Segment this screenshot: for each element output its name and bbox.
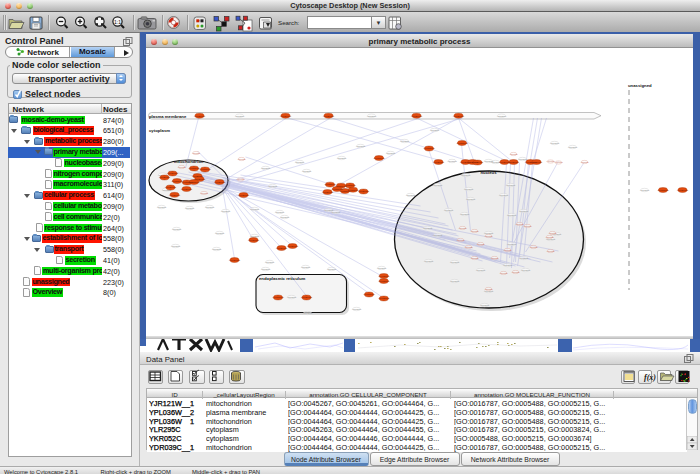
svg-text:YBR222C: YBR222C — [550, 142, 560, 144]
svg-text:YGL008C: YGL008C — [471, 257, 480, 259]
svg-text:YBR222C: YBR222C — [261, 268, 271, 270]
svg-text:YKL217W: YKL217W — [276, 247, 288, 250]
svg-text:YBR222C: YBR222C — [212, 248, 222, 250]
svg-text:unassigned: unassigned — [628, 83, 652, 88]
svg-text:YBR222C: YBR222C — [324, 209, 334, 211]
svg-text:YGL008C: YGL008C — [237, 178, 246, 180]
svg-text:YBR222C: YBR222C — [450, 280, 460, 282]
svg-text:YBR222C: YBR222C — [287, 296, 297, 298]
svg-text:YKL217W: YKL217W — [472, 161, 484, 164]
svg-text:YGL008C: YGL008C — [547, 160, 556, 162]
svg-text:YBR222C: YBR222C — [444, 209, 454, 211]
svg-text:YBR222C: YBR222C — [303, 312, 313, 314]
svg-text:YBR222C: YBR222C — [337, 157, 347, 159]
svg-text:YGL008C: YGL008C — [459, 227, 468, 229]
svg-text:YBR222C: YBR222C — [301, 266, 311, 268]
svg-text:YGL008C: YGL008C — [491, 257, 500, 259]
svg-text:YKL217W: YKL217W — [238, 194, 250, 197]
svg-text:YGL008C: YGL008C — [178, 166, 187, 168]
svg-text:YKL217W: YKL217W — [433, 161, 445, 164]
svg-text:YGL008C: YGL008C — [504, 249, 513, 251]
svg-text:YBR222C: YBR222C — [157, 206, 167, 208]
svg-text:YKL217W: YKL217W — [657, 189, 669, 192]
svg-text:YGL008C: YGL008C — [549, 232, 558, 234]
svg-text:YKL217W: YKL217W — [411, 115, 423, 118]
svg-text:YBR222C: YBR222C — [386, 152, 396, 154]
svg-text:YBR222C: YBR222C — [356, 145, 366, 147]
svg-text:nucleus: nucleus — [480, 170, 497, 175]
svg-text:YGL008C: YGL008C — [524, 225, 533, 227]
svg-text:YBR222C: YBR222C — [461, 174, 471, 176]
svg-text:YKL217W: YKL217W — [199, 168, 211, 171]
svg-text:YBR222C: YBR222C — [464, 188, 474, 190]
svg-text:YGL008C: YGL008C — [500, 272, 509, 274]
svg-text:YKL217W: YKL217W — [229, 259, 241, 262]
svg-text:YKL217W: YKL217W — [456, 142, 468, 145]
svg-text:YKL217W: YKL217W — [677, 189, 689, 192]
svg-text:YGL008C: YGL008C — [465, 246, 474, 248]
svg-text:YKL217W: YKL217W — [280, 115, 292, 118]
svg-text:YBR222C: YBR222C — [460, 213, 470, 215]
svg-text:YKL217W: YKL217W — [169, 194, 181, 197]
svg-text:YBR222C: YBR222C — [499, 194, 509, 196]
svg-text:YGL008C: YGL008C — [581, 161, 590, 163]
svg-text:plasma membrane: plasma membrane — [149, 114, 187, 119]
svg-text:YBR222C: YBR222C — [367, 115, 377, 117]
svg-text:YBR222C: YBR222C — [400, 140, 410, 142]
svg-text:YBR222C: YBR222C — [507, 243, 517, 245]
svg-text:YBR222C: YBR222C — [497, 115, 507, 117]
svg-text:YKL217W: YKL217W — [194, 178, 206, 181]
svg-text:YBR222C: YBR222C — [280, 216, 290, 218]
svg-text:YBR222C: YBR222C — [450, 261, 460, 263]
svg-text:YGL008C: YGL008C — [200, 192, 209, 194]
svg-text:YBR222C: YBR222C — [447, 160, 457, 162]
svg-text:YKL217W: YKL217W — [363, 293, 375, 296]
svg-text:YGL008C: YGL008C — [192, 152, 201, 154]
svg-text:YKL217W: YKL217W — [453, 115, 465, 118]
svg-text:YKL217W: YKL217W — [423, 147, 435, 150]
svg-text:YKL217W: YKL217W — [378, 275, 390, 278]
svg-text:YBR222C: YBR222C — [433, 184, 443, 186]
svg-text:YKL217W: YKL217W — [272, 296, 284, 299]
svg-text:YBR222C: YBR222C — [215, 232, 225, 234]
svg-text:YBR222C: YBR222C — [480, 304, 490, 306]
svg-text:YBR222C: YBR222C — [424, 260, 434, 262]
svg-text:YKL217W: YKL217W — [181, 188, 193, 191]
svg-text:YBR222C: YBR222C — [519, 210, 529, 212]
svg-text:YBR222C: YBR222C — [327, 268, 337, 270]
svg-text:YKL217W: YKL217W — [373, 157, 385, 160]
svg-text:YGL008C: YGL008C — [471, 230, 480, 232]
svg-text:YKL217W: YKL217W — [287, 245, 299, 248]
svg-text:f(x): f(x) — [644, 373, 656, 382]
svg-text:cytoplasm: cytoplasm — [149, 128, 170, 133]
svg-text:YBR222C: YBR222C — [171, 245, 181, 247]
svg-text:YBR222C: YBR222C — [518, 158, 528, 160]
svg-text:YBR222C: YBR222C — [275, 211, 285, 213]
svg-text:YGL008C: YGL008C — [555, 161, 564, 163]
svg-text:YGL008C: YGL008C — [485, 288, 494, 290]
svg-text:YBR222C: YBR222C — [433, 234, 443, 236]
svg-text:YKL217W: YKL217W — [344, 184, 356, 187]
svg-text:YBR222C: YBR222C — [377, 267, 387, 269]
svg-text:YBR222C: YBR222C — [352, 308, 362, 310]
svg-text:YGL008C: YGL008C — [512, 271, 521, 273]
svg-text:YBR222C: YBR222C — [568, 146, 578, 148]
svg-text:YKL217W: YKL217W — [508, 161, 520, 164]
svg-text:YBR222C: YBR222C — [521, 269, 531, 271]
svg-text:mitochondrion: mitochondrion — [174, 159, 204, 164]
svg-text:YBR222C: YBR222C — [507, 214, 517, 216]
svg-text:YBR222C: YBR222C — [205, 206, 215, 208]
svg-text:YKL217W: YKL217W — [301, 296, 313, 299]
svg-text:YGL008C: YGL008C — [546, 236, 555, 238]
svg-text:YBR222C: YBR222C — [302, 170, 312, 172]
svg-text:YBR222C: YBR222C — [423, 227, 433, 229]
svg-text:YKL217W: YKL217W — [324, 183, 336, 186]
svg-text:YGL008C: YGL008C — [485, 235, 494, 237]
svg-text:YKL217W: YKL217W — [214, 181, 226, 184]
svg-text:YKL217W: YKL217W — [378, 297, 390, 300]
svg-text:YBR222C: YBR222C — [331, 211, 341, 213]
svg-text:YKL217W: YKL217W — [194, 115, 206, 118]
svg-text:YKL217W: YKL217W — [323, 115, 335, 118]
svg-text:YBR222C: YBR222C — [221, 210, 231, 212]
svg-text:YKL217W: YKL217W — [358, 190, 370, 193]
